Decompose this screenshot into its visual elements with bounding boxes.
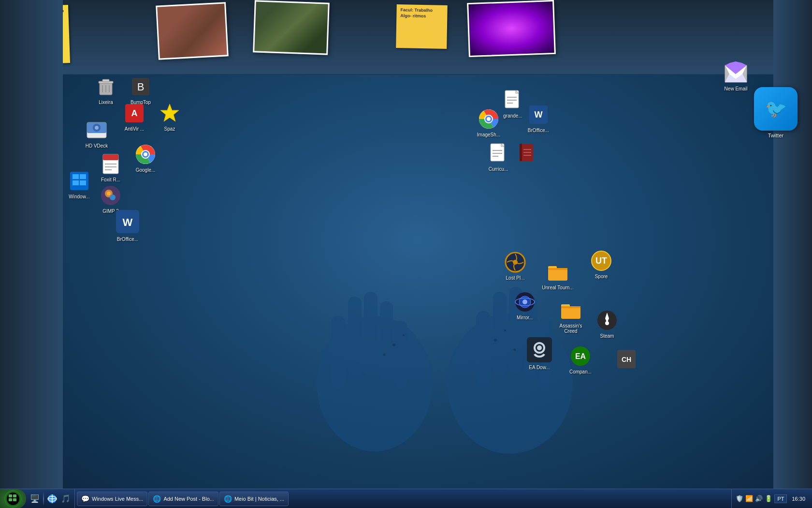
start-button[interactable]	[0, 489, 26, 508]
lost-planet-icon	[546, 260, 569, 284]
svg-rect-45	[72, 180, 79, 185]
icon-twitter[interactable]: 🐦 Twitter	[754, 87, 798, 138]
svg-rect-5	[395, 321, 407, 388]
quicklaunch-show-desktop[interactable]: 🖥️	[28, 492, 42, 506]
broffice-right-icon: W	[527, 103, 550, 126]
systray-battery[interactable]: 🔋	[765, 495, 772, 502]
icon-unreal-tourn[interactable]: UT Spore	[584, 249, 619, 280]
taskbar: 🖥️ 🎵 💬 Windows Live Mess... 🌐 Add New	[0, 489, 812, 508]
ea-icon: EA	[569, 344, 592, 368]
svg-text:B: B	[137, 81, 145, 93]
icon-compan[interactable]: CH	[609, 347, 644, 373]
icon-dark-book[interactable]	[510, 142, 545, 167]
dark-book-label	[526, 166, 529, 167]
taskbar-btn-add-post[interactable]: 🌐 Add New Post - Blo...	[148, 492, 218, 506]
svg-text:W: W	[535, 110, 543, 120]
icon-lixeira[interactable]: Lixeira	[88, 75, 123, 105]
spaz-label: Spaz	[163, 126, 177, 132]
systray-network[interactable]: 📶	[745, 495, 753, 502]
svg-point-95	[537, 345, 542, 350]
svg-text:A: A	[131, 108, 138, 118]
svg-point-17	[514, 348, 516, 351]
systray-shield[interactable]: 🛡️	[736, 495, 743, 502]
taskbar-btn-meio-bit[interactable]: 🌐 Meio Bit | Noticias, ...	[219, 492, 289, 506]
svg-point-49	[110, 194, 116, 200]
icon-ea-download[interactable]: EA Compan...	[563, 344, 598, 375]
svg-point-6	[447, 314, 573, 454]
blog-icon: 🌐	[153, 495, 161, 503]
icon-broffice-left[interactable]: W BrOffice...	[110, 208, 145, 242]
icon-lost-planet[interactable]: Unreal Tourn...	[540, 260, 575, 291]
svg-point-41	[144, 152, 147, 156]
hd-vdeck-label: HD VDeck	[84, 143, 110, 149]
icon-world[interactable]: Lost Pl...	[498, 251, 533, 281]
svg-rect-89	[561, 306, 580, 308]
svg-point-56	[487, 117, 491, 121]
broffice-left-label: BrOffice...	[116, 236, 140, 242]
icon-windows[interactable]: Window...	[62, 169, 97, 200]
imageshack-label: ImageSh...	[476, 132, 502, 138]
svg-point-76	[513, 260, 518, 265]
steam-icon	[526, 336, 553, 363]
ceiling-photo-1	[156, 2, 229, 60]
gimp-icon	[99, 184, 122, 207]
svg-point-16	[504, 329, 506, 331]
hd-vdeck-icon	[85, 119, 108, 142]
svg-point-12	[392, 344, 395, 346]
ceiling: Blog: Bust de retorno BumpTop Mega64 Fac…	[0, 0, 812, 75]
icon-google-chrome[interactable]: Google...	[128, 143, 163, 173]
svg-rect-46	[80, 180, 86, 185]
chrome-icon	[134, 143, 157, 166]
divider	[43, 492, 44, 506]
spore-label: Mirror...	[515, 314, 535, 321]
icon-mirror[interactable]: Assassin's Creed	[553, 299, 588, 334]
icon-new-email[interactable]: New Email	[723, 60, 749, 92]
systray: 🛡️ 📶 🔊 🔋 PT 16:30	[731, 489, 812, 508]
svg-text:🐦: 🐦	[765, 98, 787, 119]
blog-label: Add New Post - Blo...	[163, 496, 214, 502]
spaz-icon	[158, 102, 181, 125]
icon-bumptop[interactable]: B BumpTop	[123, 75, 158, 105]
world-icon	[504, 251, 527, 274]
assassins-icon	[595, 309, 619, 332]
svg-point-86	[522, 299, 527, 304]
icon-foxit-r[interactable]: Foxit R...	[93, 152, 128, 183]
broffice-left-icon: W	[114, 208, 141, 235]
svg-rect-20	[102, 79, 109, 82]
quicklaunch-ie[interactable]	[45, 492, 59, 506]
sticky-note-2[interactable]: Facul: Trabalho Algo- ritmos	[396, 4, 448, 49]
email-icon	[723, 60, 749, 85]
svg-point-0	[317, 316, 433, 451]
taskbar-lang[interactable]: PT	[774, 494, 787, 503]
compan-label	[625, 372, 628, 373]
icon-hd-vdeck[interactable]: HD VDeck	[79, 119, 114, 149]
svg-rect-44	[80, 174, 86, 179]
curriculo-label: Curricu...	[487, 166, 510, 172]
email-label: New Email	[723, 86, 749, 92]
svg-rect-4	[380, 301, 393, 381]
svg-point-50	[107, 192, 111, 195]
chrome-label: Google...	[134, 167, 157, 173]
systray-volume[interactable]: 🔊	[755, 495, 763, 502]
svg-rect-2	[348, 297, 362, 379]
icon-spaz[interactable]: Spaz	[152, 102, 187, 132]
icon-assassins-creed[interactable]: Steam	[590, 309, 624, 339]
steam-label: EA Dow...	[527, 364, 551, 371]
icon-broffice-right[interactable]: W BrOffice...	[521, 103, 556, 134]
svg-point-15	[494, 339, 497, 342]
spore-icon	[513, 290, 536, 314]
svg-rect-34	[103, 154, 118, 160]
foxit-icon	[99, 152, 122, 176]
svg-rect-70	[520, 144, 522, 161]
icon-spore[interactable]: Mirror...	[508, 290, 542, 321]
quicklaunch-media[interactable]: 🎵	[59, 492, 72, 506]
bumptop-icon: B	[129, 75, 152, 98]
svg-rect-7	[476, 311, 491, 386]
windows-icon	[68, 169, 91, 193]
svg-rect-43	[72, 174, 79, 179]
icon-antivir[interactable]: A AntiVir ...	[117, 102, 152, 132]
icon-steam[interactable]: EA Dow...	[522, 336, 557, 371]
svg-point-13	[403, 334, 405, 336]
svg-rect-111	[9, 498, 12, 501]
taskbar-btn-windows-live[interactable]: 💬 Windows Live Mess...	[77, 492, 147, 506]
